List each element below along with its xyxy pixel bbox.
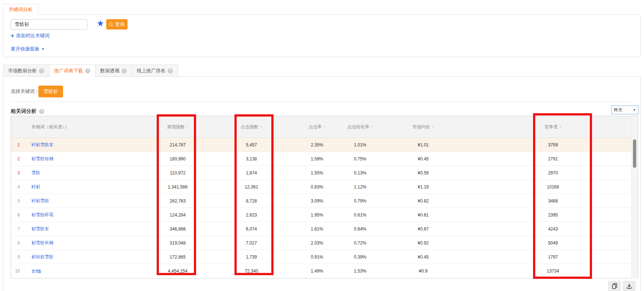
row-price: ¥0.45: [378, 156, 468, 162]
selected-keyword-button[interactable]: 雪纺衫: [38, 86, 63, 97]
tab-promo-wordlist-download[interactable]: 推广词表下载 ?: [49, 65, 95, 77]
query-button[interactable]: 查询: [106, 19, 128, 30]
table-scrollbar-thumb[interactable]: [633, 139, 636, 168]
keyword-link[interactable]: 衫雪纺碎花: [31, 212, 53, 217]
related-words-table: 关键词（相关度↓） 展现指数↑ 点击指数↑ 点击率↑ 点击转化率↑ 市场均价↑ …: [11, 116, 638, 278]
cvr-column-header[interactable]: 点击转化率↑: [342, 124, 378, 130]
row-impression: 346,866: [145, 226, 211, 232]
keyword-link[interactable]: 衫雪纺短袖: [31, 156, 53, 161]
row-competition: 10168: [468, 184, 638, 190]
add-compare-keyword-link[interactable]: + 添加对比关键词: [11, 32, 49, 39]
help-icon[interactable]: ?: [39, 109, 44, 114]
table-row: 7衫雪纺女346,8666,0741.61%0.64%¥0.674243: [11, 222, 638, 236]
row-price: ¥0.45: [378, 254, 468, 260]
table-row: 3雪纺110,9721,8741.55%0.13%¥0.592970: [11, 166, 638, 180]
competition-column-header[interactable]: 竞争度↑: [468, 124, 638, 130]
table-row: 1衬衫雪纺女214,7875,4572.35%1.01%¥1.013759: [11, 138, 638, 152]
date-range-select[interactable]: 昨天 ▼: [611, 105, 638, 114]
row-competition: 3468: [468, 198, 638, 204]
download-table-button[interactable]: [623, 281, 636, 291]
copy-table-button[interactable]: [608, 281, 621, 291]
tab-label: 市场数据分析: [8, 65, 37, 77]
row-rank: 9: [11, 254, 22, 260]
price-column-header[interactable]: 市场均价↑: [378, 124, 468, 130]
keyword-column-header[interactable]: 关键词（相关度↓）: [22, 124, 145, 130]
row-competition: 13734: [468, 269, 638, 274]
favorite-star-icon[interactable]: ★: [97, 18, 104, 29]
add-compare-label: 添加对比关键词: [16, 32, 49, 39]
sort-asc-icon: ↑: [559, 124, 561, 129]
sort-asc-icon: ↑: [186, 124, 188, 129]
keyword-link[interactable]: 衬衫雪纺: [31, 198, 49, 203]
tab-label: 数据透视: [100, 65, 119, 77]
related-words-title: 相关词分析 ?: [11, 108, 44, 115]
row-impression: 1,341,588: [145, 184, 211, 190]
tab-label: 线上推广排名: [137, 65, 166, 77]
row-click: 12,361: [211, 184, 292, 190]
row-cvr: 0.75%: [342, 156, 378, 162]
tab-keyword-analysis[interactable]: 关键词分析: [3, 4, 38, 15]
row-price: ¥0.59: [378, 170, 468, 176]
tab-market-data-analysis[interactable]: 市场数据分析 ?: [3, 65, 49, 77]
header-text: 点击率: [309, 124, 322, 129]
row-cvr: 0.39%: [342, 254, 378, 260]
row-impression: 4,454,154: [145, 269, 211, 274]
help-icon[interactable]: ?: [85, 68, 90, 73]
row-competition: 5049: [468, 240, 638, 246]
keyword-link[interactable]: 衬衫雪纺女: [31, 142, 53, 147]
row-price: ¥1.01: [378, 142, 468, 148]
help-icon[interactable]: ?: [122, 68, 127, 73]
row-rank: 4: [11, 184, 22, 190]
table-row: 8衫雪纺长袖319,0487,0272.03%0.72%¥0.925049: [11, 236, 638, 250]
tab-data-pivot[interactable]: 数据透视 ?: [95, 65, 132, 77]
row-ctr: 2.35%: [292, 142, 342, 148]
row-rank: 6: [11, 212, 22, 218]
tab-online-promo-ranking[interactable]: 线上推广排名 ?: [132, 65, 178, 77]
table-header-row: 关键词（相关度↓） 展现指数↑ 点击指数↑ 点击率↑ 点击转化率↑ 市场均价↑ …: [11, 116, 638, 138]
header-text: 竞争度: [544, 124, 558, 129]
row-rank: 3: [11, 170, 22, 176]
keyword-link[interactable]: 衬衫: [31, 184, 40, 189]
row-impression: 180,990: [145, 156, 211, 162]
row-price: ¥0.82: [378, 198, 468, 204]
table-row: 6衫雪纺碎花124,2842,6231.95%0.61%¥0.612395: [11, 208, 638, 222]
row-competition: 2970: [468, 170, 638, 176]
help-icon[interactable]: ?: [168, 68, 173, 73]
row-cvr: 1.53%: [342, 269, 378, 274]
click-column-header[interactable]: 点击指数↑: [211, 124, 292, 130]
row-click: 7,027: [211, 240, 292, 246]
table-row: 10女t恤4,454,15472,3401.49%1.53%¥0.913734: [11, 264, 638, 278]
row-price: ¥0.9: [378, 269, 468, 274]
sort-asc-icon: ↑: [323, 124, 326, 129]
row-click: 1,874: [211, 170, 292, 176]
ctr-column-header[interactable]: 点击率↑: [292, 124, 342, 130]
header-text: 点击指数: [241, 124, 258, 129]
keyword-link[interactable]: 雪纺: [31, 170, 40, 175]
promo-wordlist-panel: 选择关键词： 雪纺衫 相关词分析 ? 昨天 ▼ 关键词（相关度↓） 展现指数↑ …: [3, 76, 641, 291]
keyword-link[interactable]: 衫雪纺长袖: [31, 240, 53, 245]
row-click: 72,340: [211, 269, 292, 274]
row-click: 3,138: [211, 156, 292, 162]
row-cvr: 0.64%: [342, 226, 378, 232]
row-ctr: 0.91%: [292, 254, 342, 260]
keyword-search-input[interactable]: [11, 19, 87, 30]
header-text: 市场均价: [412, 124, 430, 129]
row-cvr: 0.72%: [342, 240, 378, 246]
expand-quick-panel-link[interactable]: 展开快捷面板 ▼: [11, 46, 45, 52]
table-row: 4衬衫1,341,58812,3610.83%1.12%¥1.1910168: [11, 180, 638, 194]
row-competition: 2395: [468, 212, 638, 218]
select-caret-icon: ▼: [633, 108, 636, 112]
row-ctr: 1.55%: [292, 170, 342, 176]
help-icon[interactable]: ?: [39, 68, 44, 73]
impression-column-header[interactable]: 展现指数↑: [145, 124, 211, 130]
row-click: 5,457: [211, 142, 292, 148]
row-ctr: 1.49%: [292, 269, 342, 274]
keyword-header-text: 关键词（相关度: [31, 124, 62, 129]
keyword-link[interactable]: 衫雪纺女: [31, 226, 49, 231]
row-cvr: 0.79%: [342, 198, 378, 204]
keyword-link[interactable]: 衫短款雪纺: [31, 254, 53, 259]
keyword-link[interactable]: 女t恤: [31, 269, 41, 274]
table-scrollbar-track[interactable]: [631, 117, 637, 278]
row-cvr: 1.01%: [342, 142, 378, 148]
row-ctr: 1.59%: [292, 156, 342, 162]
